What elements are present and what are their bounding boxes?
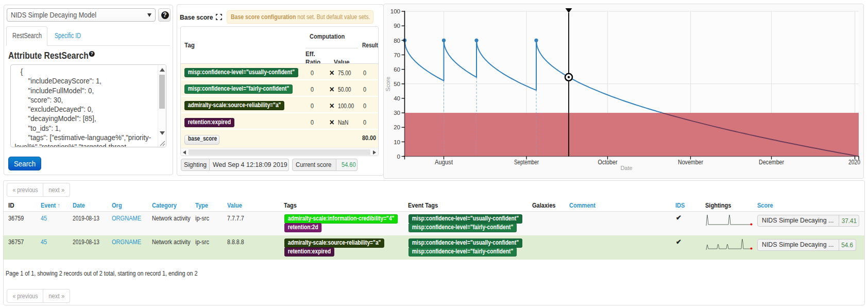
svg-text:October: October (598, 159, 618, 166)
svg-text:Date: Date (620, 165, 632, 171)
svg-text:2020: 2020 (848, 159, 860, 166)
svg-text:Score: Score (385, 77, 391, 92)
svg-text:60: 60 (394, 66, 400, 73)
svg-text:50: 50 (394, 81, 400, 87)
svg-text:30: 30 (394, 110, 400, 116)
svg-text:November: November (678, 159, 703, 166)
svg-text:40: 40 (394, 95, 400, 101)
svg-text:80: 80 (394, 38, 400, 44)
svg-text:100: 100 (390, 8, 400, 14)
svg-text:90: 90 (394, 23, 400, 29)
svg-text:70: 70 (394, 52, 400, 58)
svg-text:September: September (514, 159, 539, 166)
svg-text:August: August (435, 159, 453, 166)
svg-text:10: 10 (394, 139, 400, 145)
svg-text:20: 20 (394, 124, 400, 130)
svg-text:0: 0 (397, 154, 400, 160)
svg-text:December: December (759, 159, 784, 166)
